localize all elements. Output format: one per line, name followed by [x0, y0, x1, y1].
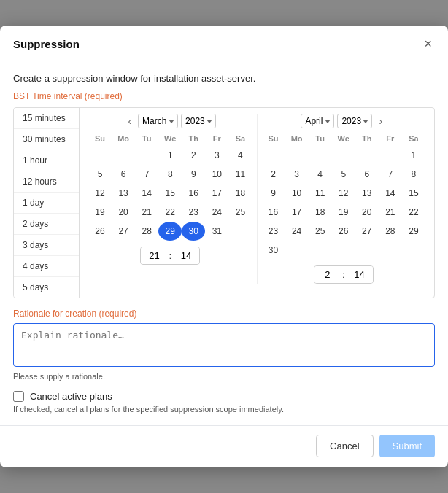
calendar-day[interactable]: 6 — [355, 165, 379, 184]
left-hour-input[interactable] — [141, 247, 167, 264]
calendar-day[interactable]: 8 — [402, 165, 425, 184]
duration-item[interactable]: 30 minutes — [14, 129, 79, 150]
calendar-day[interactable]: 12 — [332, 184, 355, 203]
calendar-day[interactable]: 25 — [309, 222, 332, 241]
calendar-day — [355, 146, 379, 165]
calendar-day[interactable]: 4 — [309, 165, 332, 184]
calendar-day[interactable]: 25 — [228, 203, 252, 222]
calendar-day[interactable]: 27 — [112, 222, 135, 241]
calendar-day[interactable]: 28 — [135, 222, 158, 241]
rationale-textarea[interactable] — [13, 323, 435, 367]
calendar-day[interactable]: 18 — [228, 184, 252, 203]
left-minute-input[interactable] — [173, 247, 199, 264]
calendar-day[interactable]: 11 — [228, 165, 252, 184]
calendar-day[interactable]: 13 — [112, 184, 135, 203]
calendar-left: ‹ March 2023 SuMoTuWeThFrSa 123456789101… — [84, 114, 257, 284]
modal-body: Create a suppression window for installa… — [0, 61, 448, 425]
calendar-day[interactable]: 23 — [262, 222, 285, 241]
calendar-day[interactable]: 9 — [182, 165, 205, 184]
calendar-day[interactable]: 12 — [88, 184, 112, 203]
calendar-day[interactable]: 29 — [402, 222, 425, 241]
calendar-day — [262, 146, 285, 165]
prev-month-button[interactable]: ‹ — [124, 114, 135, 128]
calendar-day[interactable]: 29 — [158, 222, 182, 241]
cancel-plans-checkbox[interactable] — [13, 391, 24, 402]
duration-item[interactable]: 2 days — [14, 214, 79, 235]
duration-item[interactable]: 4 days — [14, 256, 79, 277]
calendar-day[interactable]: 14 — [379, 184, 402, 203]
calendar-day[interactable]: 1 — [402, 146, 425, 165]
calendar-day[interactable]: 6 — [112, 165, 135, 184]
cancel-button[interactable]: Cancel — [316, 435, 373, 457]
calendar-day[interactable]: 17 — [205, 184, 228, 203]
calendar-day[interactable]: 26 — [332, 222, 355, 241]
calendar-day — [402, 241, 425, 260]
calendar-day[interactable]: 30 — [262, 241, 285, 260]
calendar-day[interactable]: 23 — [182, 203, 205, 222]
calendar-day[interactable]: 10 — [205, 165, 228, 184]
calendar-day[interactable]: 19 — [332, 203, 355, 222]
duration-item[interactable]: 12 hours — [14, 171, 79, 193]
calendar-day[interactable]: 22 — [402, 203, 425, 222]
calendar-day[interactable]: 13 — [355, 184, 379, 203]
calendar-day[interactable]: 4 — [228, 146, 252, 165]
calendar-day[interactable]: 18 — [309, 203, 332, 222]
calendar-day[interactable]: 21 — [379, 203, 402, 222]
calendar-day[interactable]: 2 — [182, 146, 205, 165]
calendar-day — [285, 241, 309, 260]
calendar-day[interactable]: 3 — [285, 165, 309, 184]
duration-item[interactable]: 15 minutes — [14, 108, 79, 129]
calendar-day[interactable]: 26 — [88, 222, 112, 241]
duration-item[interactable]: 1 hour — [14, 150, 79, 171]
calendar-day[interactable]: 15 — [402, 184, 425, 203]
calendar-day[interactable]: 7 — [135, 165, 158, 184]
calendar-day[interactable]: 21 — [135, 203, 158, 222]
duration-item[interactable]: 1 day — [14, 193, 79, 214]
close-button[interactable]: × — [421, 36, 435, 52]
left-year-select[interactable]: 2023 — [181, 114, 216, 128]
submit-button[interactable]: Submit — [379, 435, 435, 457]
calendar-day[interactable]: 19 — [88, 203, 112, 222]
cancel-plans-label[interactable]: Cancel active plans — [30, 391, 112, 402]
calendar-day[interactable]: 20 — [355, 203, 379, 222]
calendar-day[interactable]: 22 — [158, 203, 182, 222]
left-month-select[interactable]: March — [138, 114, 178, 128]
modal-title: Suppression — [13, 38, 80, 50]
calendar-day[interactable]: 27 — [355, 222, 379, 241]
calendar-day[interactable]: 28 — [379, 222, 402, 241]
calendar-day — [379, 146, 402, 165]
calendar-day[interactable]: 1 — [158, 146, 182, 165]
calendar-day — [309, 241, 332, 260]
next-month-button[interactable]: › — [375, 114, 386, 128]
right-month-select[interactable]: April — [301, 114, 334, 128]
calendar-day[interactable]: 11 — [309, 184, 332, 203]
right-time-row: : — [262, 265, 426, 284]
calendar-day[interactable]: 14 — [135, 184, 158, 203]
calendar-day[interactable]: 16 — [262, 203, 285, 222]
right-minute-input[interactable] — [347, 266, 373, 283]
calendar-day[interactable]: 5 — [332, 165, 355, 184]
duration-item[interactable]: 5 days — [14, 277, 79, 298]
calendar-day[interactable]: 2 — [262, 165, 285, 184]
calendar-day[interactable]: 24 — [205, 203, 228, 222]
calendar-day[interactable]: 31 — [205, 222, 228, 241]
right-hour-input[interactable] — [314, 266, 341, 283]
calendar-day[interactable]: 15 — [158, 184, 182, 203]
calendar-day[interactable]: 20 — [112, 203, 135, 222]
calendar-day[interactable]: 7 — [379, 165, 402, 184]
duration-item[interactable]: 3 days — [14, 235, 79, 256]
right-year-select[interactable]: 2023 — [337, 114, 372, 128]
calendar-day[interactable]: 16 — [182, 184, 205, 203]
suppression-modal: Suppression × Create a suppression windo… — [0, 26, 448, 467]
calendar-day[interactable]: 30 — [182, 222, 205, 241]
calendar-day[interactable]: 10 — [285, 184, 309, 203]
right-time-input-wrap: : — [314, 265, 374, 284]
calendar-day[interactable]: 8 — [158, 165, 182, 184]
calendar-day[interactable]: 5 — [88, 165, 112, 184]
calendar-day[interactable]: 24 — [285, 222, 309, 241]
calendar-day — [285, 146, 309, 165]
left-time-row: : — [88, 246, 252, 265]
calendar-day[interactable]: 9 — [262, 184, 285, 203]
calendar-day[interactable]: 3 — [205, 146, 228, 165]
calendar-day[interactable]: 17 — [285, 203, 309, 222]
